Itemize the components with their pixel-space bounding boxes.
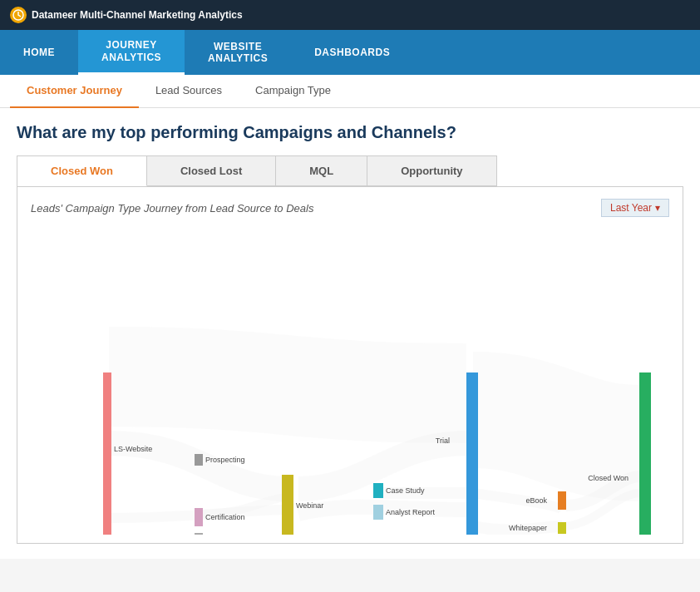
tab-bar: Closed Won Closed Lost MQL Opportunity [17, 155, 497, 186]
label-prospecting: Prospecting [205, 456, 245, 464]
page-title: What are my top performing Campaigns and… [17, 123, 683, 142]
node-webinar [282, 475, 293, 535]
node-closed-won [639, 372, 651, 535]
node-case-study [373, 483, 383, 498]
sankey-diagram: LS-Website LS-Sales Sourced LS-Event LS-… [31, 227, 669, 535]
tab-opportunity[interactable]: Opportunity [367, 156, 495, 186]
time-filter-button[interactable]: Last Year ▾ [601, 199, 669, 217]
tab-closed-lost[interactable]: Closed Lost [147, 156, 276, 186]
label-closed-won: Closed Won [588, 474, 629, 482]
tab-mql[interactable]: MQL [276, 156, 367, 186]
app-logo: Datameer Multi-Channel Marketing Analyti… [10, 7, 243, 23]
top-bar: Datameer Multi-Channel Marketing Analyti… [0, 0, 700, 30]
sub-nav: Customer Journey Lead Sources Campaign T… [0, 75, 700, 108]
node-whitepaper [558, 522, 566, 534]
sankey-svg: LS-Website LS-Sales Sourced LS-Event LS-… [31, 227, 669, 535]
sub-nav-campaign-type[interactable]: Campaign Type [239, 75, 348, 108]
node-prospecting [195, 454, 203, 466]
app-name: Datameer Multi-Channel Marketing Analyti… [32, 9, 243, 21]
node-trial [466, 372, 478, 535]
main-nav: HOME JOURNEY ANALYTICS WEBSITE ANALYTICS… [0, 30, 700, 75]
chart-subtitle: Leads' Campaign Type Journey from Lead S… [31, 202, 313, 215]
label-ls-website: LS-Website [114, 445, 152, 453]
label-webinar: Webinar [296, 501, 323, 510]
chart-header: Leads' Campaign Type Journey from Lead S… [31, 199, 669, 217]
time-filter-arrow-icon: ▾ [655, 202, 660, 214]
chart-container: Leads' Campaign Type Journey from Lead S… [17, 186, 683, 544]
nav-home[interactable]: HOME [0, 30, 78, 75]
sub-nav-lead-sources[interactable]: Lead Sources [139, 75, 239, 108]
sub-nav-customer-journey[interactable]: Customer Journey [10, 75, 139, 108]
logo-icon [10, 7, 27, 23]
node-analyst-report [373, 505, 383, 520]
nav-website-analytics[interactable]: WEBSITE ANALYTICS [185, 30, 291, 75]
label-ebook: eBook [525, 496, 547, 505]
label-trial: Trial [436, 437, 450, 445]
node-list [195, 533, 203, 535]
node-ebook [558, 491, 566, 510]
nav-journey-analytics[interactable]: JOURNEY ANALYTICS [78, 30, 185, 75]
nav-dashboards[interactable]: DASHBOARDS [291, 30, 413, 75]
label-whitepaper: Whitepaper [509, 524, 547, 532]
label-analyst-report: Analyst Report [386, 508, 436, 516]
time-filter-label: Last Year [610, 202, 652, 214]
node-ls-website [103, 372, 111, 535]
label-case-study: Case Study [386, 486, 425, 495]
label-certification: Certification [205, 513, 245, 521]
tab-closed-won[interactable]: Closed Won [17, 156, 147, 186]
node-certification [195, 508, 203, 526]
content-area: What are my top performing Campaigns and… [0, 108, 700, 559]
